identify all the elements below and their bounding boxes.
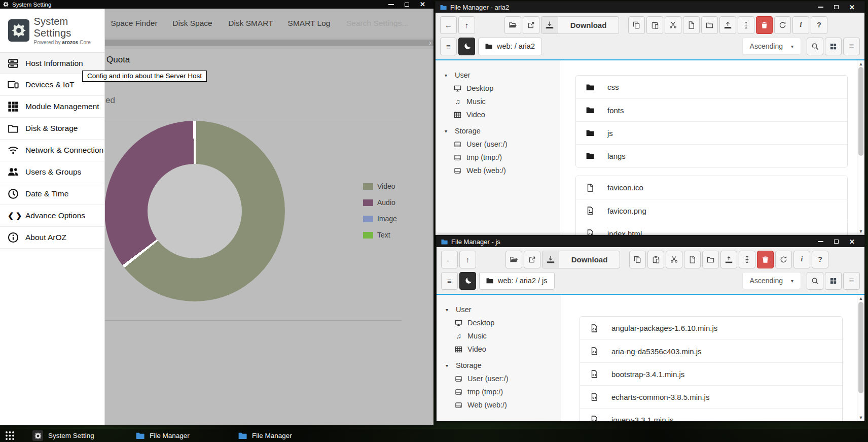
taskbar-item-file-manager-2[interactable]: File Manager xyxy=(238,429,292,442)
tree-item-video[interactable]: Video xyxy=(436,108,560,121)
tree-item-web-drive[interactable]: Web (web:/) xyxy=(436,164,560,177)
breadcrumb[interactable]: web: / aria2 / js xyxy=(479,272,555,290)
sidebar-item-module-management[interactable]: Module Management xyxy=(0,96,104,118)
search-button[interactable] xyxy=(807,38,823,55)
tree-item-music[interactable]: ♫Music xyxy=(436,95,560,108)
delete-button[interactable] xyxy=(756,16,773,34)
upload-button[interactable] xyxy=(720,251,737,268)
open-external-button[interactable] xyxy=(524,251,540,268)
sidebar-item-disk-storage[interactable]: Disk & Storage xyxy=(0,118,104,140)
new-file-button[interactable] xyxy=(684,251,701,268)
paste-button[interactable] xyxy=(646,16,663,34)
dark-mode-button[interactable] xyxy=(459,272,476,290)
tree-item-web-drive[interactable]: Web (web:/) xyxy=(437,398,561,412)
sidebar-item-users-groups[interactable]: Users & Groups xyxy=(0,161,104,183)
refresh-button[interactable] xyxy=(774,16,791,34)
taskbar-item-file-manager-1[interactable]: File Manager xyxy=(136,429,190,442)
settings-search-input[interactable] xyxy=(346,19,427,28)
tree-group-storage[interactable]: ▾Storage xyxy=(437,359,561,372)
tree-item-music[interactable]: ♫Music xyxy=(437,329,561,343)
tab-disk-space[interactable]: Disk Space xyxy=(163,19,222,28)
info-button[interactable]: i xyxy=(792,16,809,34)
help-button[interactable]: ? xyxy=(812,251,828,268)
tree-group-user[interactable]: ▾User xyxy=(436,69,560,82)
taskbar-item-system-setting[interactable]: System Setting xyxy=(32,429,94,442)
tab-space-finder[interactable]: Space Finder xyxy=(105,19,163,28)
tree-item-desktop[interactable]: Desktop xyxy=(436,82,560,95)
cut-button[interactable] xyxy=(666,251,682,268)
minimize-button[interactable] xyxy=(818,7,823,8)
close-button[interactable]: ✕ xyxy=(420,1,425,8)
scroll-down-icon[interactable]: ▼ xyxy=(857,229,864,234)
minimize-button[interactable] xyxy=(818,241,823,242)
copy-button[interactable] xyxy=(629,251,646,268)
tab-scrollbar[interactable]: › xyxy=(105,38,433,49)
breadcrumb[interactable]: web: / aria2 xyxy=(478,38,542,55)
sidebar-item-date-time[interactable]: Date & Time xyxy=(0,183,104,205)
open-folder-button[interactable] xyxy=(505,251,522,268)
sidebar-item-network-connection[interactable]: Network & Connection xyxy=(0,140,104,161)
sidebar-item-advance-options[interactable]: ❮ ❯ Advance Options xyxy=(0,205,104,227)
minimize-button[interactable] xyxy=(388,4,394,5)
scroll-down-icon[interactable]: ▼ xyxy=(857,415,864,420)
help-button[interactable]: ? xyxy=(811,16,827,34)
dark-mode-button[interactable] xyxy=(458,38,475,55)
up-button[interactable]: ↑ xyxy=(458,16,475,34)
close-button[interactable]: ✕ xyxy=(849,239,855,245)
app-launcher-button[interactable] xyxy=(5,431,15,440)
back-button[interactable]: ← xyxy=(441,251,458,268)
up-button[interactable]: ↑ xyxy=(459,251,476,268)
file-row-css[interactable]: css xyxy=(576,76,847,98)
tree-group-user[interactable]: ▾User xyxy=(437,303,561,316)
cut-button[interactable] xyxy=(665,16,681,34)
sort-order-dropdown[interactable]: Ascending ▾ xyxy=(742,38,801,55)
tree-item-user-drive[interactable]: User (user:/) xyxy=(436,138,560,151)
tree-item-tmp-drive[interactable]: tmp (tmp:/) xyxy=(436,151,560,164)
paste-button[interactable] xyxy=(647,251,664,268)
open-external-button[interactable] xyxy=(523,16,539,34)
grid-view-button[interactable] xyxy=(825,272,842,290)
sort-order-dropdown[interactable]: Ascending ▾ xyxy=(742,272,801,289)
file-row-fonts[interactable]: fonts xyxy=(576,98,847,121)
scrollbar-thumb[interactable] xyxy=(858,302,863,393)
menu-button[interactable]: ≡ xyxy=(440,38,457,55)
sidebar-item-about-aroz[interactable]: About ArOZ xyxy=(0,227,104,249)
back-button[interactable]: ← xyxy=(440,16,457,34)
download-button[interactable]: Download xyxy=(541,16,619,34)
search-button[interactable] xyxy=(807,272,823,290)
file-row-index-html[interactable]: index.html xyxy=(576,222,847,235)
maximize-button[interactable] xyxy=(405,3,409,7)
tree-item-tmp-drive[interactable]: tmp (tmp:/) xyxy=(437,385,561,398)
grid-view-button[interactable] xyxy=(825,38,842,55)
refresh-button[interactable] xyxy=(775,251,792,268)
file-row-jquery[interactable]: jquery-3.3.1.min.js xyxy=(580,408,842,421)
scroll-up-icon[interactable]: ▲ xyxy=(857,296,864,301)
tree-item-user-drive[interactable]: User (user:/) xyxy=(437,372,561,385)
upload-button[interactable] xyxy=(719,16,736,34)
copy-button[interactable] xyxy=(628,16,645,34)
file-row-js[interactable]: js xyxy=(576,121,847,144)
download-button[interactable]: Download xyxy=(542,251,620,268)
file-row-echarts[interactable]: echarts-common-3.8.5.min.js xyxy=(580,385,842,408)
tree-item-desktop[interactable]: Desktop xyxy=(437,316,561,329)
list-view-button[interactable]: ≡ xyxy=(843,38,860,55)
file-row-aria-ng[interactable]: aria-ng-da5356c403.min.js xyxy=(580,339,842,362)
file-row-bootstrap[interactable]: bootstrap-3.4.1.min.js xyxy=(580,362,842,385)
new-file-button[interactable] xyxy=(683,16,700,34)
tab-smart-log[interactable]: SMART Log xyxy=(280,19,338,28)
file-row-favicon-ico[interactable]: favicon.ico xyxy=(576,176,847,199)
scrollbar[interactable]: ▲ ▼ xyxy=(857,60,864,235)
delete-button[interactable] xyxy=(757,251,774,268)
scrollbar-thumb[interactable] xyxy=(858,67,863,156)
maximize-button[interactable] xyxy=(834,240,839,244)
new-folder-button[interactable] xyxy=(701,16,718,34)
tab-disk-smart[interactable]: Disk SMART xyxy=(222,19,280,28)
scroll-right-chevron-icon[interactable]: › xyxy=(429,38,431,47)
list-view-button[interactable]: ≡ xyxy=(843,272,860,290)
rename-button[interactable] xyxy=(739,251,755,268)
close-button[interactable]: ✕ xyxy=(849,4,855,11)
tree-item-video[interactable]: Video xyxy=(437,343,561,356)
rename-button[interactable] xyxy=(738,16,754,34)
file-row-angular[interactable]: angular-packages-1.6.10.min.js xyxy=(580,317,842,339)
scrollbar[interactable]: ▲ ▼ xyxy=(857,295,864,421)
